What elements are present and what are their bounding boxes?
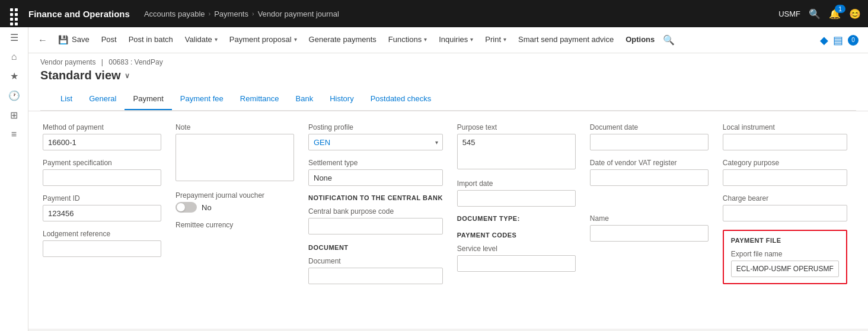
document-header: DOCUMENT xyxy=(308,244,443,251)
vat-register-group: Date of vendor VAT register xyxy=(590,159,709,186)
tab-list[interactable]: List xyxy=(52,88,81,110)
post-in-batch-button[interactable]: Post in batch xyxy=(123,27,179,53)
functions-chevron: ▾ xyxy=(424,36,427,43)
tab-history[interactable]: History xyxy=(321,88,362,110)
import-date-group: Import date xyxy=(457,179,576,207)
purpose-text-textarea[interactable]: 545 xyxy=(457,134,576,169)
inquiries-label: Inquiries xyxy=(439,35,468,44)
page-title[interactable]: Standard view ∨ xyxy=(40,69,856,88)
print-button[interactable]: Print ▾ xyxy=(479,27,512,53)
search-icon[interactable]: 🔍 xyxy=(809,8,821,20)
category-purpose-input[interactable] xyxy=(723,169,847,186)
breadcrumb-vendor-journal[interactable]: Vendor payment journal xyxy=(258,9,339,18)
breadcrumb-sep-2: › xyxy=(252,10,254,17)
prepayment-toggle-wrap: No xyxy=(175,202,294,213)
back-button[interactable]: ← xyxy=(38,35,47,46)
action-badge[interactable]: 0 xyxy=(848,35,859,46)
payment-spec-group: Payment specification xyxy=(43,159,161,186)
tab-payment-fee[interactable]: Payment fee xyxy=(172,88,232,110)
charge-bearer-input[interactable] xyxy=(723,205,847,221)
save-label: Save xyxy=(72,35,90,44)
breadcrumb: Accounts payable › Payments › Vendor pay… xyxy=(144,9,339,18)
tab-postdated-checks[interactable]: Postdated checks xyxy=(362,88,440,110)
doc-type-name-input[interactable] xyxy=(590,225,709,242)
post-button[interactable]: Post xyxy=(95,27,123,53)
validate-button[interactable]: Validate ▾ xyxy=(179,27,224,53)
action-search-icon[interactable]: 🔍 xyxy=(663,34,675,46)
local-instrument-input[interactable] xyxy=(723,134,847,150)
generate-payments-button[interactable]: Generate payments xyxy=(303,27,382,53)
options-button[interactable]: Options xyxy=(620,27,660,53)
sidebar-grid-icon[interactable]: ⊞ xyxy=(10,110,18,121)
document-input[interactable] xyxy=(308,268,443,284)
notification-badge: 1 xyxy=(835,5,845,13)
diamond-icon[interactable]: ◆ xyxy=(820,34,828,47)
lodgement-ref-group: Lodgement reference xyxy=(43,230,161,257)
payment-id-group: Payment ID xyxy=(43,194,161,221)
smart-send-button[interactable]: Smart send payment advice xyxy=(512,27,620,53)
prepayment-toggle[interactable] xyxy=(175,202,197,213)
service-level-group: Service level xyxy=(457,245,576,272)
method-of-payment-group: Method of payment xyxy=(43,123,161,150)
settlement-type-label: Settlement type xyxy=(308,159,443,167)
usmf-label: USMF xyxy=(778,9,800,18)
sidebar-home-icon[interactable]: ⌂ xyxy=(11,52,17,62)
payment-spec-label: Payment specification xyxy=(43,159,161,167)
document-type-header: DOCUMENT TYPE: xyxy=(457,215,576,222)
posting-profile-select[interactable]: GEN xyxy=(308,134,443,150)
sidebar-list-icon[interactable]: ≡ xyxy=(11,129,17,140)
action-bar: ← 💾 Save Post Post in batch Validate ▾ P… xyxy=(28,27,868,53)
doc-type-name-label: Name xyxy=(590,214,709,223)
payment-spec-input[interactable] xyxy=(43,169,161,186)
user-icon[interactable]: 😊 xyxy=(849,8,861,20)
note-textarea[interactable] xyxy=(175,134,294,181)
document-date-label: Document date xyxy=(590,123,709,131)
tab-general[interactable]: General xyxy=(81,88,125,110)
app-grid-icon[interactable] xyxy=(7,5,24,22)
sidebar-clock-icon[interactable]: 🕐 xyxy=(8,90,20,101)
save-button[interactable]: 💾 Save xyxy=(52,27,95,53)
service-level-input[interactable] xyxy=(457,255,576,272)
vat-register-input[interactable] xyxy=(590,169,709,186)
central-bank-code-input[interactable] xyxy=(308,218,443,234)
inquiries-chevron: ▾ xyxy=(470,36,473,43)
export-file-name-input[interactable] xyxy=(731,261,839,277)
import-date-input[interactable] xyxy=(457,190,576,207)
col-3: Posting profile GEN ▾ Settlement type xyxy=(308,123,443,294)
post-in-batch-label: Post in batch xyxy=(129,35,173,44)
sidebar-star-icon[interactable]: ★ xyxy=(10,70,18,82)
top-nav-right: USMF 🔍 🔔 1 😊 xyxy=(778,8,861,20)
notification-icon[interactable]: 🔔 1 xyxy=(829,8,841,20)
breadcrumb-accounts-payable[interactable]: Accounts payable xyxy=(144,9,205,18)
payment-proposal-chevron: ▾ xyxy=(294,36,297,43)
tab-bank[interactable]: Bank xyxy=(288,88,322,110)
document-date-input[interactable] xyxy=(590,134,709,150)
top-nav: Finance and Operations Accounts payable … xyxy=(0,0,868,27)
export-file-name-group: Export file name xyxy=(731,250,839,277)
tab-remittance[interactable]: Remittance xyxy=(232,88,288,110)
document-type-section: DOCUMENT TYPE: xyxy=(457,215,576,222)
payment-proposal-button[interactable]: Payment proposal ▾ xyxy=(224,27,303,53)
journal-link[interactable]: 00683 : VendPay xyxy=(108,58,162,66)
layout-icon[interactable]: ▤ xyxy=(833,34,843,47)
lodgement-ref-input[interactable] xyxy=(43,240,161,257)
col-2: Note Prepayment journal voucher No xyxy=(175,123,294,237)
remit-currency-group: Remittee currency xyxy=(175,221,294,229)
breadcrumb-payments[interactable]: Payments xyxy=(214,9,248,18)
payment-file-box: PAYMENT FILE Export file name xyxy=(723,230,847,284)
validate-chevron: ▾ xyxy=(215,36,218,43)
payment-id-input[interactable] xyxy=(43,205,161,221)
save-disk-icon: 💾 xyxy=(58,35,68,44)
tab-payment[interactable]: Payment xyxy=(125,88,171,110)
sidebar-menu-icon[interactable]: ☰ xyxy=(10,32,18,43)
functions-button[interactable]: Functions ▾ xyxy=(382,27,433,53)
category-purpose-label: Category purpose xyxy=(723,159,847,167)
document-date-group: Document date xyxy=(590,123,709,150)
settlement-type-input[interactable] xyxy=(308,169,443,186)
smart-send-label: Smart send payment advice xyxy=(518,35,614,44)
inquiries-button[interactable]: Inquiries ▾ xyxy=(433,27,479,53)
method-of-payment-input[interactable] xyxy=(43,134,161,150)
document-group: Document xyxy=(308,257,443,284)
note-group: Note xyxy=(175,123,294,183)
vendor-payments-link[interactable]: Vendor payments xyxy=(40,58,95,66)
